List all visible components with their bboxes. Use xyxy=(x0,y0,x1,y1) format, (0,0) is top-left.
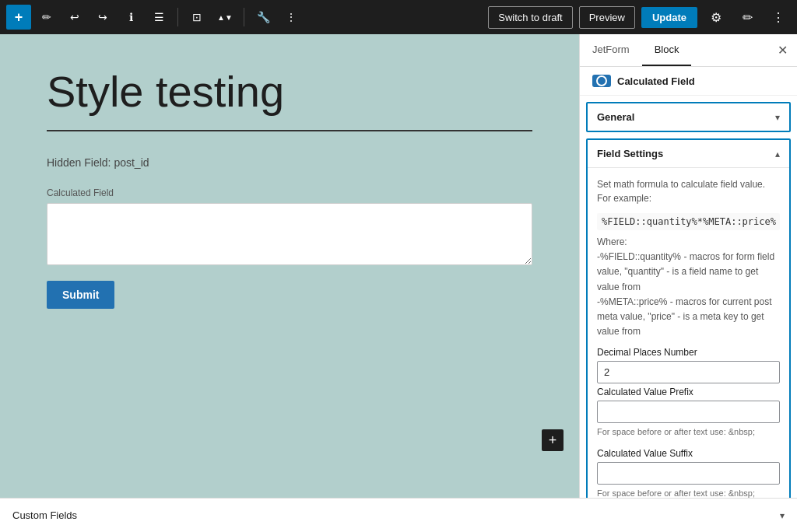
field-settings-section: Field Settings ▴ Set math formula to cal… xyxy=(586,138,791,498)
update-button[interactable]: Update xyxy=(641,7,697,28)
field-settings-title: Field Settings xyxy=(597,148,663,159)
panel-header: JetForm Block ✕ xyxy=(580,34,797,67)
fs-description: Set math formula to calculate field valu… xyxy=(597,177,780,205)
main-area: Style testing Hidden Field: post_id Calc… xyxy=(0,34,797,498)
suffix-input[interactable] xyxy=(597,462,780,485)
settings-icon-button[interactable]: ⚙ xyxy=(704,5,729,30)
add-block-button[interactable]: + xyxy=(6,5,31,30)
calc-field-group: Calculated Field xyxy=(47,187,532,268)
switch-to-draft-button[interactable]: Switch to draft xyxy=(488,6,572,29)
prefix-label: Calculated Value Prefix xyxy=(597,387,780,397)
bottom-bar[interactable]: Custom Fields ▾ xyxy=(0,498,797,532)
tab-block[interactable]: Block xyxy=(642,34,692,66)
fs-where: Where: -%FIELD::quantity% - macros for f… xyxy=(597,235,780,339)
general-section: General ▾ xyxy=(586,102,791,132)
canvas: Style testing Hidden Field: post_id Calc… xyxy=(0,34,579,498)
bottom-bar-label: Custom Fields xyxy=(12,509,780,521)
media-button[interactable]: ⊡ xyxy=(184,5,209,30)
preview-button[interactable]: Preview xyxy=(579,6,635,29)
suffix-hint: For space before or after text use: &nbs… xyxy=(597,488,780,498)
styles-icon-button[interactable]: ✏ xyxy=(735,5,760,30)
cf-header-label: Calculated Field xyxy=(617,75,695,87)
wrench-button[interactable]: 🔧 xyxy=(251,5,276,30)
panel-close-button[interactable]: ✕ xyxy=(768,37,797,64)
field-settings-content: Set math formula to calculate field valu… xyxy=(588,167,789,498)
general-chevron-icon: ▾ xyxy=(775,112,780,123)
kebab-menu-button[interactable]: ⋮ xyxy=(766,5,791,30)
prefix-hint: For space before or after text use: &nbs… xyxy=(597,426,780,438)
calc-field-textarea[interactable] xyxy=(47,203,532,265)
submit-button[interactable]: Submit xyxy=(47,281,114,309)
up-down-button[interactable]: ▲▼ xyxy=(212,5,237,30)
decimal-places-input[interactable] xyxy=(597,361,780,383)
cf-icon xyxy=(592,75,611,87)
tab-jetform[interactable]: JetForm xyxy=(580,34,642,66)
cf-header: Calculated Field xyxy=(580,67,797,96)
page-title: Style testing xyxy=(47,65,532,117)
field-settings-header[interactable]: Field Settings ▴ xyxy=(588,140,789,167)
more-options-button[interactable]: ⋮ xyxy=(279,5,304,30)
toolbar-separator-2 xyxy=(244,8,244,26)
panel-body: General ▾ Field Settings ▴ Set math form… xyxy=(580,96,797,498)
prefix-input[interactable] xyxy=(597,401,780,423)
toolbar-left: + ✏ ↩ ↪ ℹ ☰ ⊡ ▲▼ 🔧 ⋮ xyxy=(6,5,304,30)
toolbar-separator xyxy=(177,8,178,26)
edit-tool-button[interactable]: ✏ xyxy=(34,5,59,30)
hidden-field-label: Hidden Field: post_id xyxy=(47,156,532,169)
list-view-button[interactable]: ☰ xyxy=(146,5,171,30)
right-panel: JetForm Block ✕ Calculated Field General… xyxy=(579,34,797,498)
canvas-divider xyxy=(47,130,532,131)
general-section-title: General xyxy=(597,111,634,123)
decimal-places-label: Decimal Places Number xyxy=(597,347,780,358)
calc-field-label: Calculated Field xyxy=(47,187,532,198)
redo-button[interactable]: ↪ xyxy=(90,5,115,30)
bottom-bar-chevron-icon: ▾ xyxy=(780,510,785,521)
fs-formula: %FIELD::quantity%*%META::price% xyxy=(597,213,780,230)
general-section-header[interactable]: General ▾ xyxy=(588,103,789,131)
toolbar: + ✏ ↩ ↪ ℹ ☰ ⊡ ▲▼ 🔧 ⋮ Switch to draft Pre… xyxy=(0,0,797,34)
suffix-label: Calculated Value Suffix xyxy=(597,448,780,459)
field-settings-chevron-icon: ▴ xyxy=(775,149,780,159)
info-button[interactable]: ℹ xyxy=(118,5,143,30)
toolbar-right: Switch to draft Preview Update ⚙ ✏ ⋮ xyxy=(488,5,791,30)
undo-button[interactable]: ↩ xyxy=(62,5,87,30)
add-block-canvas-button[interactable]: + xyxy=(542,429,564,451)
